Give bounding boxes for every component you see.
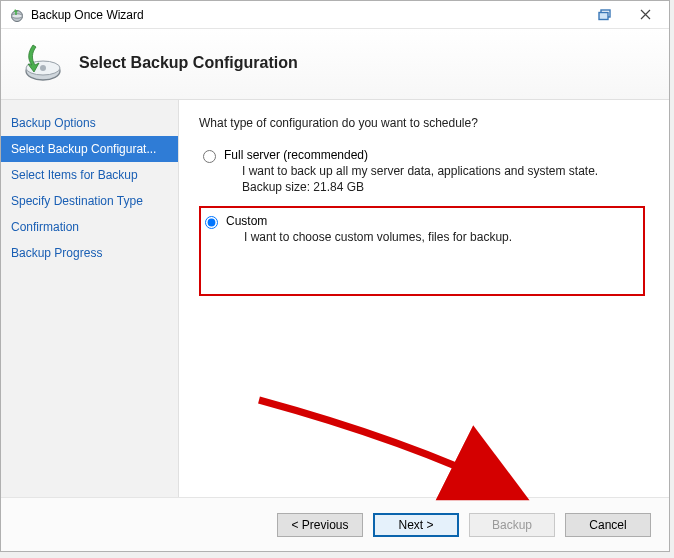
sidebar-step-backup-progress[interactable]: Backup Progress xyxy=(1,240,178,266)
radio-custom[interactable] xyxy=(205,216,218,229)
config-prompt: What type of configuration do you want t… xyxy=(199,116,649,130)
next-button[interactable]: Next > xyxy=(373,513,459,537)
wizard-steps-sidebar: Backup Options Select Backup Configurat.… xyxy=(1,100,179,497)
annotation-arrow-icon xyxy=(249,390,539,510)
restore-icon[interactable] xyxy=(585,3,625,27)
option-full-server-desc: I want to back up all my server data, ap… xyxy=(242,164,598,178)
option-custom-label: Custom xyxy=(226,214,512,228)
previous-button[interactable]: < Previous xyxy=(277,513,363,537)
option-custom[interactable]: Custom I want to choose custom volumes, … xyxy=(199,206,645,296)
svg-point-1 xyxy=(12,13,23,17)
radio-full-server[interactable] xyxy=(203,150,216,163)
wizard-footer: < Previous Next > Backup Cancel xyxy=(1,497,669,551)
sidebar-step-select-backup-configuration[interactable]: Select Backup Configurat... xyxy=(1,136,178,162)
option-full-server-size: Backup size: 21.84 GB xyxy=(242,180,598,194)
backup-wizard-icon xyxy=(19,41,63,85)
svg-point-6 xyxy=(40,65,46,71)
titlebar: Backup Once Wizard xyxy=(1,1,669,29)
app-icon xyxy=(9,7,25,23)
backup-button[interactable]: Backup xyxy=(469,513,555,537)
option-custom-desc: I want to choose custom volumes, files f… xyxy=(244,230,512,244)
sidebar-step-confirmation[interactable]: Confirmation xyxy=(1,214,178,240)
window-title: Backup Once Wizard xyxy=(31,8,585,22)
sidebar-step-select-items[interactable]: Select Items for Backup xyxy=(1,162,178,188)
wizard-body: Backup Options Select Backup Configurat.… xyxy=(1,100,669,497)
close-icon[interactable] xyxy=(625,3,665,27)
wizard-content: What type of configuration do you want t… xyxy=(179,100,669,497)
page-title: Select Backup Configuration xyxy=(79,54,298,72)
option-full-server-label: Full server (recommended) xyxy=(224,148,598,162)
sidebar-step-destination-type[interactable]: Specify Destination Type xyxy=(1,188,178,214)
sidebar-step-backup-options[interactable]: Backup Options xyxy=(1,110,178,136)
window-controls xyxy=(585,3,665,27)
option-full-server[interactable]: Full server (recommended) I want to back… xyxy=(199,144,649,198)
cancel-button[interactable]: Cancel xyxy=(565,513,651,537)
wizard-window: Backup Once Wizard Sel xyxy=(0,0,670,552)
svg-rect-3 xyxy=(599,12,608,19)
wizard-header: Select Backup Configuration xyxy=(1,29,669,100)
